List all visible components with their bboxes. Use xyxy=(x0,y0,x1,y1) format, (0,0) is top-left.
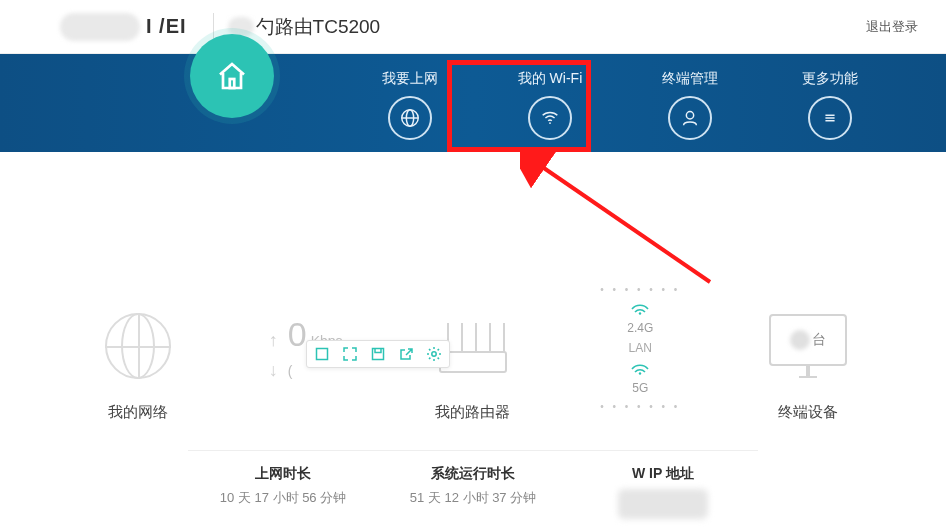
svg-point-10 xyxy=(639,312,641,314)
info-ip-title: W IP 地址 xyxy=(568,465,758,483)
nav-more-label: 更多功能 xyxy=(802,70,858,88)
info-ip: W IP 地址 xyxy=(568,450,758,512)
home-icon-bubble[interactable] xyxy=(190,34,274,118)
upload-speed-value: 0 xyxy=(288,315,307,354)
tool-share-icon[interactable] xyxy=(397,345,415,363)
card-router-label: 我的路由器 xyxy=(435,403,510,422)
logout-link[interactable]: 退出登录 xyxy=(866,18,918,36)
screenshot-toolbar xyxy=(306,340,450,368)
svg-point-4 xyxy=(686,112,693,119)
card-network: 我的网络 xyxy=(40,303,237,422)
wifi-arc-5-icon xyxy=(630,361,650,375)
svg-point-3 xyxy=(549,122,551,124)
wifi-arc-24-icon xyxy=(630,301,650,315)
wifi-icon xyxy=(528,96,572,140)
divider xyxy=(213,13,214,41)
tool-save-icon[interactable] xyxy=(369,345,387,363)
info-sys-uptime: 系统运行时长 51 天 12 小时 37 分钟 xyxy=(378,450,568,512)
lan-label: LAN xyxy=(629,341,652,355)
monitor-icon: 台 xyxy=(769,314,847,378)
tool-fullscreen-icon[interactable] xyxy=(341,345,359,363)
nav-internet-label: 我要上网 xyxy=(382,70,438,88)
info-sys-title: 系统运行时长 xyxy=(378,465,568,483)
svg-rect-13 xyxy=(373,349,384,360)
nav-internet[interactable]: 我要上网 xyxy=(340,68,480,140)
info-online-value: 10 天 17 小时 56 分钟 xyxy=(188,489,378,507)
info-online-title: 上网时长 xyxy=(188,465,378,483)
more-icon xyxy=(808,96,852,140)
top-bar: I /EI 勺路由TC5200 退出登录 xyxy=(0,0,946,54)
brand-text: I /EI xyxy=(146,15,187,38)
info-online-uptime: 上网时长 10 天 17 小时 56 分钟 xyxy=(188,450,378,512)
band-24-label: 2.4G xyxy=(627,321,653,335)
nav-devices[interactable]: 终端管理 xyxy=(620,68,760,140)
nav-wifi-label: 我的 Wi-Fi xyxy=(518,70,583,88)
brand-logo-blur xyxy=(60,13,140,41)
tool-rect-icon[interactable] xyxy=(313,345,331,363)
svg-point-14 xyxy=(432,352,436,356)
svg-point-11 xyxy=(639,372,641,374)
info-row: 上网时长 10 天 17 小时 56 分钟 系统运行时长 51 天 12 小时 … xyxy=(0,432,946,512)
nav-more[interactable]: 更多功能 xyxy=(760,68,900,140)
download-arrow-icon: ↓ xyxy=(269,360,278,381)
dashboard: 我的网络 ↑ 0 Kbps ↓ ( 我的路由器 xyxy=(0,152,946,432)
nav-devices-label: 终端管理 xyxy=(662,70,718,88)
user-icon xyxy=(668,96,712,140)
tool-settings-icon[interactable] xyxy=(425,345,443,363)
svg-rect-8 xyxy=(230,79,235,88)
card-network-label: 我的网络 xyxy=(108,403,168,422)
download-speed-partial: ( xyxy=(288,363,293,379)
model-name: 勺路由TC5200 xyxy=(256,14,381,40)
network-globe-icon xyxy=(105,313,171,379)
nav-wifi[interactable]: 我的 Wi-Fi xyxy=(480,68,620,140)
card-devices-label: 终端设备 xyxy=(778,403,838,422)
card-devices: 台 终端设备 xyxy=(709,303,906,422)
device-count-blur xyxy=(790,330,810,350)
dots-top: • • • • • • • xyxy=(600,284,680,295)
info-ip-blur xyxy=(618,489,708,519)
upload-arrow-icon: ↑ xyxy=(269,330,278,351)
device-unit: 台 xyxy=(812,331,826,349)
nav-band: 主页 我要上网 我的 Wi-Fi 终端管理 xyxy=(0,54,946,152)
band-5-label: 5G xyxy=(632,381,648,395)
card-wifi-bands: • • • • • • • 2.4G LAN 5G • • • • • • • xyxy=(571,305,709,422)
globe-icon xyxy=(388,96,432,140)
svg-rect-12 xyxy=(317,349,328,360)
info-sys-value: 51 天 12 小时 37 分钟 xyxy=(378,489,568,507)
